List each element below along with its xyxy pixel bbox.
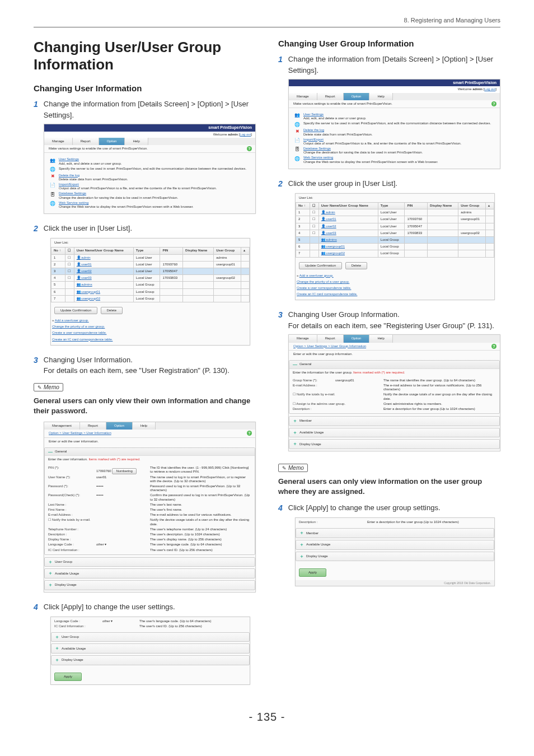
help-icon[interactable]: ? <box>247 431 252 436</box>
expand-icon[interactable]: ＋ <box>48 571 53 576</box>
breadcrumb[interactable]: Option > User Settings > User Group Info… <box>293 344 366 348</box>
col-type[interactable]: Type <box>133 248 160 254</box>
col-group[interactable]: User Group <box>214 248 241 254</box>
tab-option[interactable]: Option <box>106 422 133 430</box>
col-no[interactable]: No ↑ <box>296 203 310 209</box>
step-text: Changing User Information. <box>44 354 256 366</box>
expand-icon[interactable]: ＋ <box>55 634 59 640</box>
panel-user-group[interactable]: User Group <box>55 560 72 564</box>
tab-manage[interactable]: Manage <box>289 93 317 100</box>
help-icon[interactable]: ? <box>491 101 496 106</box>
table-row[interactable]: 6👥 usergroup01Local Group <box>51 288 250 295</box>
screenshot-option-menu: smart PrintSuperVision Welcome admin [Lo… <box>44 124 256 214</box>
col-pin[interactable]: PIN <box>405 203 428 209</box>
table-row[interactable]: 3☐👤 user02Local User17095047 <box>296 223 494 230</box>
expand-icon[interactable]: ＋ <box>293 418 297 424</box>
help-icon[interactable]: ? <box>247 146 252 151</box>
table-row[interactable]: 2☐👤 user01Local User17093760usergroup01 <box>296 216 494 223</box>
memo-label: Memo <box>278 464 308 472</box>
import-export-link[interactable]: Import/Export <box>59 183 79 186</box>
table-row[interactable]: 1☐👤 adminLocal Useradmins <box>51 254 250 261</box>
logout-link[interactable]: Log out <box>484 87 495 91</box>
tab-management[interactable]: Management <box>44 422 80 430</box>
create-ic-table-link[interactable]: Create an IC card correspondence table. <box>52 338 113 341</box>
delete-log-link[interactable]: Delete the log <box>59 174 79 177</box>
tab-help[interactable]: Help <box>369 93 392 100</box>
col-pin[interactable]: PIN <box>160 248 183 254</box>
tab-help[interactable]: Help <box>369 335 392 342</box>
delete-button[interactable]: Delete <box>345 262 367 269</box>
panel-available-usage[interactable]: Available Usage <box>55 572 79 576</box>
expand-icon[interactable]: ＋ <box>299 530 304 536</box>
apply-button[interactable]: Apply <box>54 673 82 681</box>
expand-icon[interactable]: ＋ <box>55 657 59 663</box>
database-settings-link[interactable]: Database Settings <box>303 147 331 150</box>
create-user-table-link[interactable]: Create a user correspondence table. <box>52 331 106 334</box>
table-row[interactable]: 3☐👤 user02Local User17095047 <box>51 268 250 274</box>
table-row[interactable]: 1☐👤 adminLocal Useradmins <box>296 209 494 216</box>
create-user-table-link[interactable]: Create a user correspondence table. <box>297 286 351 290</box>
panel-available-usage[interactable]: Available Usage <box>299 431 324 435</box>
user-settings-link[interactable]: User Settings <box>303 113 324 116</box>
col-check[interactable]: ☐ <box>65 248 74 254</box>
tab-option[interactable]: Option <box>99 138 125 145</box>
delete-icon: ✖ <box>294 128 300 134</box>
expand-icon[interactable]: ＋ <box>299 542 304 548</box>
collapse-icon[interactable]: — <box>48 449 53 455</box>
col-type[interactable]: Type <box>378 203 405 209</box>
help-icon[interactable]: ? <box>491 344 496 349</box>
update-confirmation-button[interactable]: Update Confirmation <box>299 262 342 269</box>
tab-option[interactable]: Option <box>344 335 370 342</box>
table-row[interactable]: 7👥 usergroup02Local Group <box>296 250 494 257</box>
web-service-link[interactable]: Web Service setting <box>59 201 88 204</box>
logout-link[interactable]: Log out <box>240 133 251 136</box>
update-confirmation-button[interactable]: Update Confirmation <box>54 307 97 314</box>
expand-icon[interactable]: ＋ <box>293 430 297 436</box>
table-row[interactable]: 2☐👤 user01Local User17093760usergroup01 <box>51 261 250 268</box>
tab-help[interactable]: Help <box>125 138 148 145</box>
expand-icon[interactable]: ＋ <box>48 559 53 565</box>
user-settings-link[interactable]: User Settings <box>59 157 79 161</box>
change-priority-link[interactable]: Change the priority of a user group. <box>52 325 105 328</box>
tab-report[interactable]: Report <box>80 422 106 430</box>
table-row[interactable]: 7👥 usergroup02Local Group <box>51 295 250 302</box>
panel-display-usage[interactable]: Display Usage <box>55 583 77 587</box>
breadcrumb[interactable]: Option > User Settings > User Informatio… <box>49 431 111 435</box>
tab-report[interactable]: Report <box>317 335 344 342</box>
expand-icon[interactable]: ＋ <box>293 441 297 447</box>
col-display[interactable]: Display Name <box>183 248 214 254</box>
tab-manage[interactable]: Manage <box>289 335 317 342</box>
panel-display-usage[interactable]: Display Usage <box>299 442 321 446</box>
col-name[interactable]: User Name/User Group Name <box>318 203 378 209</box>
expand-icon[interactable]: ＋ <box>299 554 304 559</box>
col-name[interactable]: User Name/User Group Name <box>74 248 133 254</box>
col-check[interactable]: ☐ <box>310 203 318 209</box>
database-settings-link[interactable]: Database Settings <box>59 192 86 195</box>
apply-button[interactable]: Apply <box>299 568 326 577</box>
col-group[interactable]: User Group <box>458 203 486 209</box>
web-service-link[interactable]: Web Service setting <box>303 156 333 159</box>
panel-member[interactable]: Member <box>299 419 312 423</box>
tab-option[interactable]: Option <box>344 93 370 100</box>
col-display[interactable]: Display Name <box>428 203 458 209</box>
table-row[interactable]: 5👥 adminsLocal Group <box>296 236 494 243</box>
col-no[interactable]: No ↑ <box>51 248 65 254</box>
create-ic-table-link[interactable]: Create an IC card correspondence table. <box>297 292 357 296</box>
delete-button[interactable]: Delete <box>101 307 123 314</box>
table-row[interactable]: 6👥 usergroup01Local Group <box>296 244 494 250</box>
add-user-link[interactable]: Add a user/user group. <box>55 319 89 322</box>
tab-manage[interactable]: Manage <box>44 138 73 145</box>
table-row[interactable]: 4☐👤 user03Local User17093833usergroup02 <box>296 230 494 236</box>
table-row[interactable]: 4☐👤 user03Local User17093833usergroup02 <box>51 275 250 282</box>
expand-icon[interactable]: ＋ <box>48 582 53 588</box>
expand-icon[interactable]: ＋ <box>55 646 59 651</box>
tab-report[interactable]: Report <box>317 93 344 100</box>
add-user-link[interactable]: Add a user/user group. <box>299 274 334 277</box>
table-row[interactable]: 5👥 adminsLocal Group <box>51 282 250 288</box>
import-export-link[interactable]: Import/Export <box>303 138 324 141</box>
collapse-icon[interactable]: — <box>293 362 297 367</box>
change-priority-link[interactable]: Change the priority of a user group. <box>297 280 349 283</box>
tab-report[interactable]: Report <box>73 138 99 145</box>
delete-log-link[interactable]: Delete the log <box>303 128 324 132</box>
tab-help[interactable]: Help <box>133 422 156 430</box>
